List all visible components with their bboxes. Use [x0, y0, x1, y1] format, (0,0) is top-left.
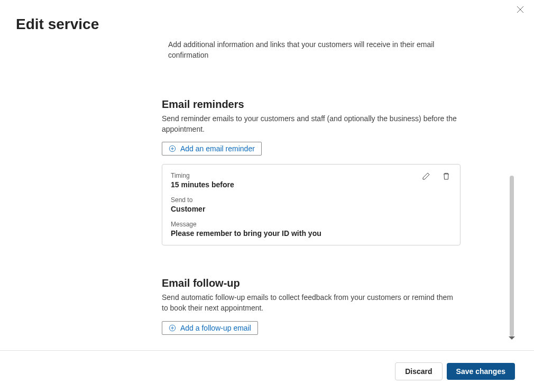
reminders-section-description: Send reminder emails to your customers a…	[162, 114, 461, 134]
scroll-down-arrow-icon[interactable]	[509, 336, 515, 340]
timing-field: Timing 15 minutes before	[171, 172, 452, 189]
add-followup-label: Add a follow-up email	[180, 324, 251, 332]
timing-label: Timing	[171, 172, 452, 179]
followup-section-title: Email follow-up	[162, 277, 461, 289]
footer-actions: Discard Save changes	[0, 350, 534, 392]
message-label: Message	[171, 221, 452, 228]
scrollbar-thumb[interactable]	[510, 176, 514, 336]
email-reminders-section: Email reminders Send reminder emails to …	[162, 98, 461, 245]
add-followup-email-button[interactable]: Add a follow-up email	[162, 321, 258, 335]
followup-section-description: Send automatic follow-up emails to colle…	[162, 293, 461, 313]
sendto-value: Customer	[171, 205, 452, 213]
add-email-reminder-button[interactable]: Add an email reminder	[162, 142, 262, 156]
pencil-icon	[422, 172, 430, 180]
add-reminder-label: Add an email reminder	[180, 144, 255, 153]
plus-circle-icon	[169, 145, 176, 152]
trash-icon	[442, 172, 450, 180]
content-area: Add additional information and links tha…	[162, 40, 461, 350]
reminder-card: Timing 15 minutes before Send to Custome…	[162, 164, 461, 245]
save-changes-button[interactable]: Save changes	[447, 363, 515, 380]
delete-reminder-button[interactable]	[441, 171, 452, 181]
message-field: Message Please remember to bring your ID…	[171, 221, 452, 238]
reminder-card-actions	[421, 171, 452, 181]
close-icon	[517, 6, 524, 13]
plus-circle-icon	[169, 324, 176, 332]
sendto-field: Send to Customer	[171, 196, 452, 213]
edit-reminder-button[interactable]	[421, 171, 431, 181]
discard-button[interactable]: Discard	[395, 362, 442, 380]
message-value: Please remember to bring your ID with yo…	[171, 229, 452, 238]
reminders-section-title: Email reminders	[162, 98, 461, 111]
page-title: Edit service	[0, 0, 534, 33]
close-button[interactable]	[516, 5, 524, 14]
email-followup-section: Email follow-up Send automatic follow-up…	[162, 277, 461, 334]
sendto-label: Send to	[171, 196, 452, 204]
timing-value: 15 minutes before	[171, 180, 452, 189]
confirmation-help-text: Add additional information and links tha…	[162, 40, 461, 60]
